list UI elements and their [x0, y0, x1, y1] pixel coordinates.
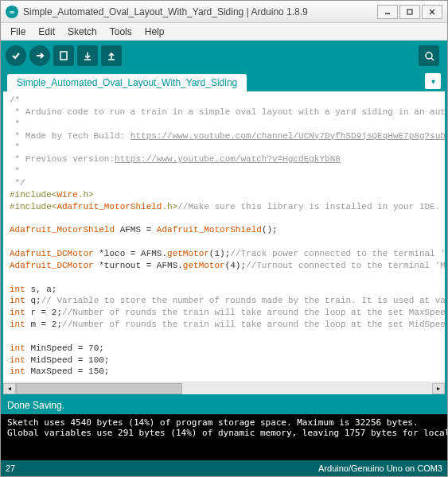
menu-edit[interactable]: Edit: [32, 25, 61, 39]
serial-monitor-button[interactable]: [419, 45, 439, 66]
menubar: File Edit Sketch Tools Help: [1, 23, 447, 41]
tabbar: Simple_Automated_Oval_Layout_With_Yard_S…: [1, 71, 447, 91]
status-text: Done Saving.: [7, 400, 64, 411]
code-editor[interactable]: /* * Arduino code to run a train in a si…: [3, 91, 445, 382]
scroll-thumb[interactable]: [16, 383, 182, 394]
status-bar: Done Saving.: [1, 397, 447, 414]
svg-point-7: [426, 52, 432, 59]
menu-sketch[interactable]: Sketch: [61, 25, 103, 39]
close-button[interactable]: [422, 5, 442, 19]
new-button[interactable]: [53, 45, 74, 66]
menu-tools[interactable]: Tools: [103, 25, 138, 39]
save-button[interactable]: [101, 45, 122, 66]
scroll-right-icon[interactable]: ▸: [432, 383, 445, 394]
upload-button[interactable]: [29, 45, 50, 66]
console-line: Sketch uses 4540 bytes (14%) of program …: [7, 417, 441, 428]
console-line: Global variables use 291 bytes (14%) of …: [7, 428, 441, 438]
menu-help[interactable]: Help: [138, 25, 171, 39]
sketch-tab[interactable]: Simple_Automated_Oval_Layout_With_Yard_S…: [7, 74, 247, 91]
arduino-window: ∞ Simple_Automated_Oval_Layout_With_Yard…: [0, 0, 448, 477]
tab-menu-button[interactable]: ▾: [425, 73, 441, 89]
scroll-track[interactable]: [16, 383, 432, 394]
scroll-left-icon[interactable]: ◂: [3, 383, 16, 394]
verify-button[interactable]: [6, 45, 26, 66]
maximize-button[interactable]: [399, 5, 420, 19]
footer: 27 Arduino/Genuino Uno on COM3: [1, 460, 447, 476]
titlebar: ∞ Simple_Automated_Oval_Layout_With_Yard…: [1, 1, 447, 23]
svg-rect-1: [407, 10, 412, 14]
arduino-logo-icon: ∞: [6, 6, 18, 18]
window-title: Simple_Automated_Oval_Layout_With_Yard_S…: [23, 6, 377, 17]
minimize-button[interactable]: [377, 5, 398, 19]
editor-hscrollbar[interactable]: ◂ ▸: [3, 382, 445, 394]
editor-wrap: /* * Arduino code to run a train in a si…: [1, 91, 447, 397]
svg-line-8: [431, 58, 434, 60]
menu-file[interactable]: File: [4, 25, 32, 39]
line-number: 27: [6, 463, 15, 473]
toolbar: [1, 41, 447, 71]
svg-rect-4: [60, 52, 67, 60]
console-output[interactable]: Sketch uses 4540 bytes (14%) of program …: [1, 414, 447, 460]
board-port: Arduino/Genuino Uno on COM3: [318, 463, 442, 473]
open-button[interactable]: [77, 45, 98, 66]
